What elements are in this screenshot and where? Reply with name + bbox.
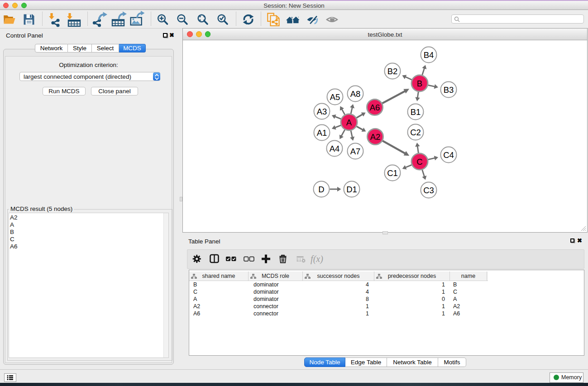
svg-text:C1: C1: [387, 168, 398, 178]
svg-text:B2: B2: [387, 67, 398, 76]
svg-text:A4: A4: [330, 144, 340, 153]
svg-text:A: A: [346, 118, 352, 127]
svg-text:A2: A2: [370, 132, 381, 142]
svg-text:A1: A1: [317, 128, 327, 138]
svg-text:C4: C4: [443, 150, 454, 160]
svg-text:B3: B3: [444, 85, 454, 95]
svg-text:B: B: [417, 79, 422, 88]
svg-text:A6: A6: [370, 103, 380, 112]
svg-text:C: C: [416, 157, 422, 167]
svg-text:B4: B4: [424, 50, 434, 60]
svg-text:C2: C2: [410, 128, 421, 137]
svg-text:B1: B1: [411, 107, 421, 117]
svg-text:D1: D1: [346, 185, 357, 194]
svg-text:A5: A5: [330, 92, 340, 102]
svg-text:C3: C3: [423, 186, 434, 195]
svg-text:A7: A7: [350, 147, 361, 156]
svg-text:D: D: [318, 185, 324, 194]
svg-text:A3: A3: [317, 107, 327, 116]
svg-text:A8: A8: [350, 89, 361, 99]
svg-text:f(x): f(x): [311, 254, 323, 264]
